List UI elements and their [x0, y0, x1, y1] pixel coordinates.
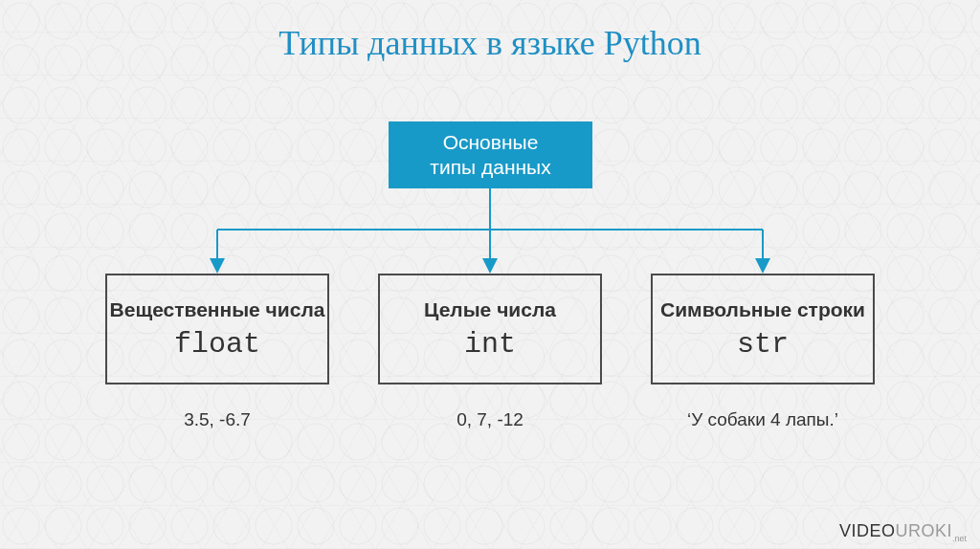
leaf-type: float	[174, 328, 260, 361]
watermark: VIDEOUROKI.net	[839, 521, 967, 543]
leaf-label: Символьные строки	[660, 297, 865, 321]
leaf-examples-int: 0, 7, -12	[378, 409, 602, 430]
leaf-label: Вещественные числа	[110, 297, 325, 321]
leaf-node-float: Вещественные числа float	[105, 274, 329, 384]
slide-title: Типы данных в языке Python	[0, 23, 980, 63]
watermark-suffix: .net	[952, 534, 967, 543]
leaf-node-int: Целые числа int	[378, 274, 602, 384]
root-line2: типы данных	[430, 155, 550, 180]
leaf-type: str	[737, 328, 789, 361]
root-line1: Основные	[443, 130, 539, 155]
leaf-examples-float: 3.5, -6.7	[105, 409, 329, 430]
watermark-brand2: UROKI	[895, 521, 952, 540]
root-node: Основные типы данных	[389, 121, 592, 188]
leaf-examples-str: ‘У собаки 4 лапы.’	[651, 409, 875, 430]
leaf-node-str: Символьные строки str	[651, 274, 875, 384]
leaf-label: Целые числа	[424, 297, 556, 321]
leaf-type: int	[464, 328, 516, 361]
watermark-brand1: VIDEO	[839, 521, 896, 540]
